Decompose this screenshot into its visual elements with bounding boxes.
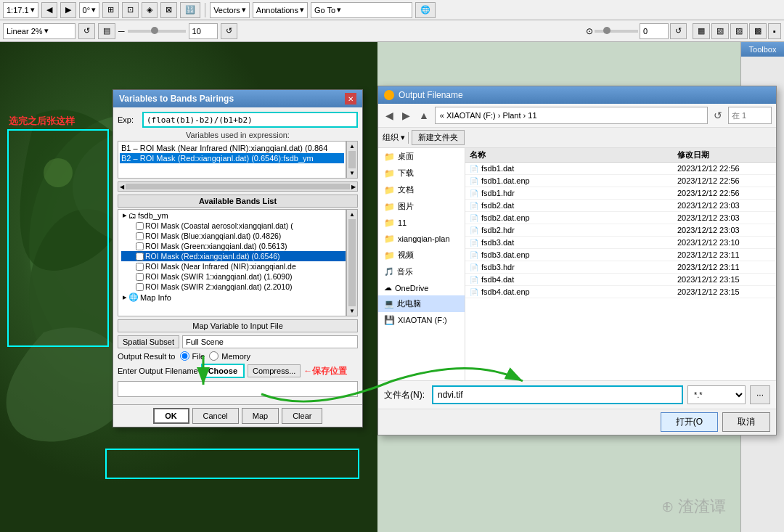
hscroll-right-btn[interactable]: ▶ — [351, 184, 356, 190]
memory-radio[interactable] — [209, 351, 219, 361]
file-item-fsdb4dat[interactable]: 📄fsdb4.dat 2023/12/12 23:15 — [465, 274, 776, 286]
left-item-onedrive[interactable]: ☁ OneDrive — [378, 280, 465, 295]
path-refresh-btn[interactable]: ↺ — [711, 108, 725, 123]
left-item-computer[interactable]: 💻 此电脑 — [378, 295, 465, 312]
file-radio-label[interactable]: File — [180, 351, 205, 361]
left-item-download[interactable]: 📁 下载 — [378, 165, 465, 181]
icon5-btn[interactable]: 🔢 — [180, 2, 200, 18]
vars-dialog-titlebar[interactable]: Variables to Bands Pairings ✕ — [113, 90, 362, 107]
file-item-fsdb2hdr[interactable]: 📄fsdb2.hdr 2023/12/12 23:03 — [465, 224, 776, 237]
memory-radio-label[interactable]: Memory — [209, 351, 250, 361]
left-item-pics[interactable]: 📁 图片 — [378, 198, 465, 215]
stretch-btn[interactable]: ▤ — [98, 23, 115, 39]
file-item-fsdb1dat[interactable]: 📄fsdb1.dat 2023/12/12 22:56 — [465, 163, 776, 175]
fn-dots-btn[interactable]: ··· — [750, 385, 770, 404]
left-item-docs[interactable]: 📁 文档 — [378, 181, 465, 198]
band-leaf-1[interactable]: ROI Mask (Coastal aerosol:xiangqianl.dat… — [121, 221, 346, 231]
band-check-1[interactable] — [136, 222, 144, 230]
band-check-2[interactable] — [136, 232, 144, 240]
vars-hscroll[interactable]: ◀ ▶ — [118, 181, 358, 192]
linear-dropdown[interactable]: Linear 2% ▾ — [3, 23, 75, 39]
band-check-5[interactable] — [136, 263, 144, 271]
file-item-fsdb1enp[interactable]: 📄fsdb1.dat.enp 2023/12/12 22:56 — [465, 175, 776, 187]
exp-input[interactable] — [142, 112, 358, 128]
file-item-fsdb2enp[interactable]: 📄fsdb2.dat.enp 2023/12/12 23:03 — [465, 212, 776, 224]
left-item-music[interactable]: 🎵 音乐 — [378, 263, 465, 280]
file-item-fsdb2dat[interactable]: 📄fsdb2.dat 2023/12/12 23:03 — [465, 200, 776, 212]
path-back-btn[interactable]: ◀ — [383, 108, 396, 123]
fwd-btn[interactable]: ▶ — [60, 2, 76, 18]
map-variable-btn[interactable]: Map Variable to Input File — [118, 319, 358, 332]
new-folder-btn[interactable]: 新建文件夹 — [412, 130, 465, 145]
band-btn4[interactable]: ▩ — [749, 23, 767, 39]
band-check-3[interactable] — [136, 242, 144, 250]
band-check-4[interactable] — [136, 253, 144, 261]
file-item-fsdb3enp[interactable]: 📄fsdb3.dat.enp 2023/12/12 23:11 — [465, 249, 776, 261]
band-check-6[interactable] — [136, 273, 144, 281]
icon2-btn[interactable]: ⊡ — [122, 2, 139, 18]
output-cancel-btn[interactable]: 取消 — [722, 412, 770, 432]
left-item-11[interactable]: 📁 11 — [378, 215, 465, 231]
zoom-dropdown[interactable]: 1:17.1 ▾ — [3, 2, 38, 18]
band-check-7[interactable] — [136, 283, 144, 291]
spatial-subset-btn[interactable]: Spatial Subset — [118, 335, 179, 348]
band-btn2[interactable]: ▧ — [711, 23, 729, 39]
rotation-dropdown[interactable]: 0° ▾ — [79, 2, 100, 18]
fn-type-select[interactable]: *.* — [687, 385, 746, 404]
goto-dropdown[interactable]: Go To ▾ — [311, 2, 412, 18]
vars-dialog-close-btn[interactable]: ✕ — [345, 93, 356, 105]
path-up-btn[interactable]: ▲ — [416, 108, 432, 123]
clear-btn[interactable]: Clear — [282, 408, 322, 424]
left-item-xiangqian[interactable]: 📁 xiangqian-plan — [378, 231, 465, 247]
scale-input[interactable] — [189, 23, 218, 39]
ok-btn[interactable]: OK — [153, 408, 189, 424]
band-btn3[interactable]: ▨ — [730, 23, 748, 39]
bands-scroll-up-btn[interactable]: ▲ — [349, 211, 355, 218]
vectors-dropdown[interactable]: Vectors ▾ — [210, 2, 250, 18]
vars-scroll-up-btn[interactable]: ▲ — [349, 143, 355, 150]
vars-scroll-down-btn[interactable]: ▼ — [349, 170, 355, 176]
band-leaf-5[interactable]: ROI Mask (Near Infrared (NIR):xiangqianl… — [121, 261, 346, 271]
file-item-fsdb3hdr[interactable]: 📄fsdb3.hdr 2023/12/12 23:11 — [465, 261, 776, 274]
file-item-fsdb3dat[interactable]: 📄fsdb3.dat 2023/12/12 23:10 — [465, 237, 776, 249]
left-item-video[interactable]: 📁 视频 — [378, 247, 465, 263]
hscroll-left-btn[interactable]: ◀ — [120, 184, 124, 190]
band-leaf-4[interactable]: ROI Mask (Red:xiangqianl.dat) (0.6546) — [121, 251, 346, 261]
var-line-1[interactable]: B1 – ROI Mask (Near Infrared (NIR):xiang… — [120, 143, 344, 153]
refresh-btn[interactable]: ↺ — [78, 23, 95, 39]
globe-btn[interactable]: 🌐 — [415, 2, 436, 18]
file-item-fsdb4enp[interactable]: 📄fsdb4.dat.enp 2023/12/12 23:15 — [465, 286, 776, 298]
band-group-fsdb[interactable]: ▸ 🗂 fsdb_ym — [121, 210, 346, 221]
compress-btn[interactable]: Compress... — [248, 364, 301, 377]
filename-input[interactable] — [118, 381, 358, 397]
open-btn[interactable]: 打开(O — [661, 412, 718, 432]
left-item-hdd[interactable]: 💾 XIAOTAN (F:) — [378, 312, 465, 328]
annotations-dropdown[interactable]: Annotations ▾ — [253, 2, 308, 18]
var-line-2[interactable]: B2 – ROI Mask (Red:xiangqianl.dat) (0.65… — [120, 153, 344, 163]
icon4-btn[interactable]: ⊠ — [160, 2, 177, 18]
cancel-btn[interactable]: Cancel — [192, 408, 239, 424]
band-leaf-2[interactable]: ROI Mask (Blue:xiangqianl.dat) (0.4826) — [121, 231, 346, 241]
scale-refresh-btn[interactable]: ↺ — [221, 23, 237, 39]
band-btn5[interactable]: ▪ — [768, 23, 781, 39]
scale-input2[interactable] — [640, 23, 669, 39]
icon3-btn[interactable]: ◈ — [142, 2, 158, 18]
scale-refresh2-btn[interactable]: ↺ — [670, 23, 687, 39]
path-fwd-btn[interactable]: ▶ — [399, 108, 413, 123]
left-item-desktop[interactable]: 📁 桌面 — [378, 148, 465, 165]
back-btn[interactable]: ◀ — [41, 2, 57, 18]
map-btn[interactable]: Map — [242, 408, 279, 424]
band-leaf-6[interactable]: ROI Mask (SWIR 1:xiangqianl.dat) (1.6090… — [121, 271, 346, 282]
band-group-mapinfo[interactable]: ▸ 🌐 Map Info — [121, 292, 346, 303]
band-leaf-3[interactable]: ROI Mask (Green:xiangqianl.dat) (0.5613) — [121, 241, 346, 251]
file-item-fsdb1hdr[interactable]: 📄fsdb1.hdr 2023/12/12 22:56 — [465, 187, 776, 200]
band-btn1[interactable]: ▦ — [693, 23, 710, 39]
filename-6: fsdb2.hdr — [481, 226, 515, 234]
icon1-btn[interactable]: ⊞ — [102, 2, 119, 18]
band-leaf-7[interactable]: ROI Mask (SWIR 2:xiangqianl.dat) (2.2010… — [121, 282, 346, 292]
path-search-input[interactable] — [728, 107, 772, 124]
choose-btn[interactable]: Choose — [201, 364, 245, 378]
file-radio[interactable] — [180, 351, 189, 361]
fn-input[interactable] — [432, 385, 683, 404]
bands-scroll-down-btn[interactable]: ▼ — [349, 308, 355, 314]
